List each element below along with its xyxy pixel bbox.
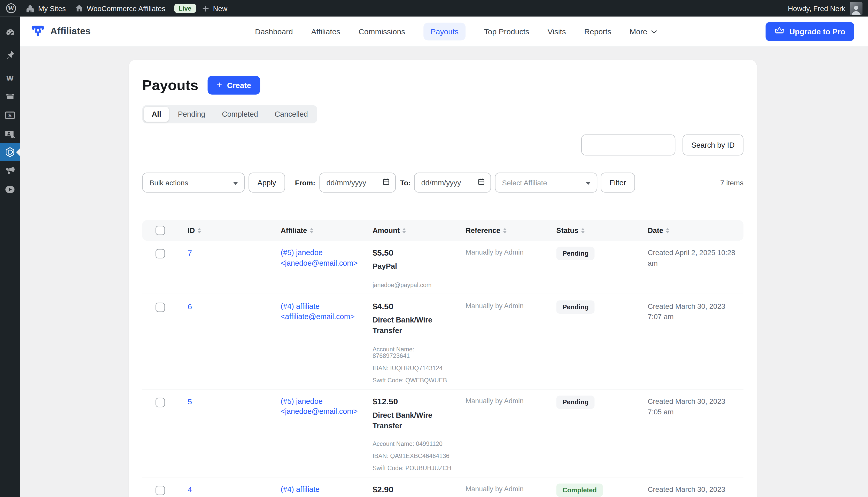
sort-asc-arrow (198, 228, 201, 230)
affiliate-name-link[interactable]: (#4) affiliate (281, 485, 359, 495)
nav-commissions[interactable]: Commissions (359, 27, 405, 36)
column-header-date[interactable]: Date (634, 226, 743, 235)
new-content-menu[interactable]: New (201, 4, 227, 12)
search-input[interactable] (581, 134, 675, 155)
filter-button[interactable]: Filter (601, 173, 635, 193)
sidebar-item-pin[interactable] (0, 45, 20, 64)
status-badge: Pending (557, 395, 595, 409)
column-label: Date (648, 226, 663, 235)
nav-more[interactable]: More (630, 27, 657, 36)
sidebar-item-dashboard-gauge[interactable] (0, 23, 20, 42)
home-icon (75, 4, 83, 13)
sort-desc-arrow (403, 231, 406, 233)
from-date-placeholder: dd/mm/yyyy (326, 179, 366, 187)
caret-down-icon (586, 179, 590, 187)
brand[interactable]: Affiliates (30, 23, 147, 40)
wp-logo-menu[interactable]: W (5, 3, 16, 14)
site-menu[interactable]: WooCommerce Affiliates (75, 4, 165, 13)
payout-id-link[interactable]: 7 (187, 248, 192, 257)
date-cell: Created March 30, 2023 7:05 am (634, 397, 743, 417)
select-all-cell (142, 226, 174, 235)
affiliate-email-link[interactable]: <janedoe@email.com> (281, 258, 359, 269)
nav-top-products[interactable]: Top Products (484, 27, 529, 36)
tab-all[interactable]: All (144, 107, 169, 122)
id-cell: 5 (174, 397, 267, 407)
sort-desc-arrow (503, 231, 507, 233)
sidebar-item-woocommerce[interactable]: w (0, 68, 20, 87)
id-cell: 4 (174, 485, 267, 495)
table-row: 7(#5) janedoe<janedoe@email.com>$5.50Pay… (142, 241, 743, 294)
payout-id-link[interactable]: 6 (187, 302, 192, 311)
tab-pending[interactable]: Pending (170, 107, 213, 122)
my-sites-menu[interactable]: My Sites (26, 4, 66, 13)
reference-cell: Manually by Admin (452, 485, 543, 493)
nav-dashboard[interactable]: Dashboard (255, 27, 293, 36)
tab-cancelled[interactable]: Cancelled (267, 107, 316, 122)
column-header-id[interactable]: ID (174, 226, 267, 235)
sidebar-item-payments[interactable]: $ (0, 105, 20, 125)
sidebar-item-video[interactable] (0, 180, 20, 199)
affiliate-email-link[interactable]: <affiliate@email.com> (281, 495, 359, 497)
table-row: 6(#4) affiliate<affiliate@email.com>$4.5… (142, 294, 743, 389)
brand-name: Affiliates (51, 26, 91, 37)
column-header-affiliate[interactable]: Affiliate (267, 226, 359, 235)
table-row: 5(#5) janedoe<janedoe@email.com>$12.50Di… (142, 389, 743, 478)
sort-asc-arrow (403, 228, 406, 230)
affiliate-email-link[interactable]: <janedoe@email.com> (281, 407, 359, 417)
calendar-icon[interactable] (477, 178, 486, 188)
bulk-actions-select[interactable]: Bulk actions (142, 173, 244, 193)
user-avatar[interactable] (850, 2, 862, 15)
affiliate-email-link[interactable]: <affiliate@email.com> (281, 312, 359, 322)
sort-asc-arrow (310, 228, 313, 230)
plugin-app: Affiliates DashboardAffiliatesCommission… (20, 16, 868, 497)
tab-completed[interactable]: Completed (214, 107, 266, 122)
row-checkbox[interactable] (155, 302, 165, 312)
from-date-input[interactable]: dd/mm/yyyy (319, 173, 396, 193)
caret-down-icon (233, 179, 238, 187)
column-header-status[interactable]: Status (543, 226, 634, 235)
affiliate-name-link[interactable]: (#5) janedoe (281, 248, 359, 258)
payment-detail-line: Account Name: 04991120 (373, 441, 452, 448)
payment-detail-line: Swift Code: POUBUHJUZCH (373, 465, 452, 472)
date-text: Created March 30, 2023 7:07 am (648, 301, 740, 323)
howdy-greeting[interactable]: Howdy, Fred Nerk (788, 4, 845, 12)
payout-id-link[interactable]: 5 (187, 397, 192, 406)
nav-item-label: Top Products (484, 27, 529, 36)
select-affiliate-dropdown[interactable]: Select Affiliate (495, 173, 597, 193)
nav-item-label: Visits (548, 27, 566, 36)
apply-button[interactable]: Apply (249, 173, 285, 193)
nav-item-label: Payouts (431, 27, 459, 36)
affiliate-name-link[interactable]: (#4) affiliate (281, 301, 359, 312)
live-badge: Live (174, 4, 196, 13)
nav-reports[interactable]: Reports (584, 27, 611, 36)
column-label: Affiliate (281, 226, 307, 235)
payment-details: janedoe@paypal.com (373, 281, 452, 288)
nav-affiliates[interactable]: Affiliates (311, 27, 340, 36)
status-cell: Pending (543, 301, 634, 314)
upgrade-to-pro-button[interactable]: Upgrade to Pro (766, 22, 854, 41)
column-header-amount[interactable]: Amount (359, 226, 452, 235)
nav-payouts[interactable]: Payouts (423, 23, 466, 41)
affiliate-cell: (#4) affiliate<affiliate@email.com> (267, 485, 359, 497)
sidebar-item-storefront[interactable] (0, 87, 20, 105)
sidebar-item-megaphone[interactable] (0, 161, 20, 180)
column-header-reference[interactable]: Reference (452, 226, 543, 235)
to-date-input[interactable]: dd/mm/yyyy (414, 173, 491, 193)
row-checkbox[interactable] (155, 486, 165, 495)
row-checkbox[interactable] (155, 249, 165, 258)
my-sites-icon (26, 4, 35, 13)
payout-id-link[interactable]: 4 (187, 485, 192, 494)
select-all-checkbox[interactable] (155, 226, 165, 235)
payment-method: PayPal (373, 262, 442, 272)
row-checkbox[interactable] (155, 398, 165, 407)
amount-cell: $5.50PayPaljanedoe@paypal.com (359, 248, 452, 294)
upgrade-label: Upgrade to Pro (789, 27, 845, 36)
search-by-id-button[interactable]: Search by ID (683, 134, 743, 155)
affiliate-name-link[interactable]: (#5) janedoe (281, 397, 359, 407)
crown-icon (774, 27, 785, 37)
sidebar-item-media-person[interactable] (0, 125, 20, 143)
calendar-icon[interactable] (382, 178, 390, 188)
nav-visits[interactable]: Visits (548, 27, 566, 36)
create-payout-button[interactable]: + Create (208, 76, 260, 95)
sidebar-item-affiliates-plugin[interactable] (0, 143, 20, 161)
